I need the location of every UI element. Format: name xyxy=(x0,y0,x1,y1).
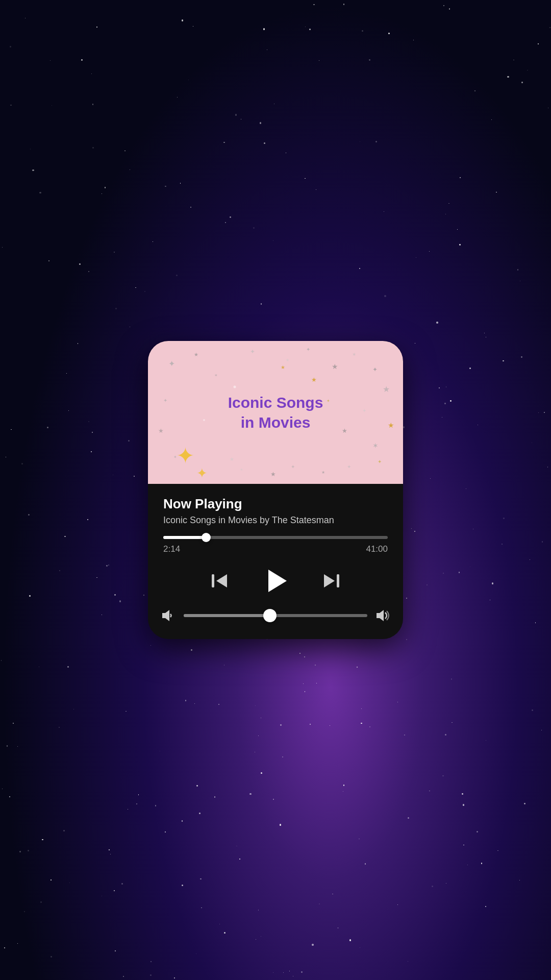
player-info: Now Playing Iconic Songs in Movies by Th… xyxy=(148,484,403,526)
progress-bar[interactable] xyxy=(163,536,388,539)
svg-text:✦: ✦ xyxy=(250,348,255,355)
svg-text:★: ★ xyxy=(158,427,164,434)
svg-text:✶: ✶ xyxy=(214,373,218,378)
next-bar-icon xyxy=(337,574,339,587)
svg-text:✦: ✦ xyxy=(196,465,208,481)
svg-text:★: ★ xyxy=(281,364,285,370)
svg-text:✦: ✦ xyxy=(176,443,195,468)
svg-text:✦: ✦ xyxy=(372,366,378,373)
volume-thumb[interactable] xyxy=(263,609,277,622)
total-time: 41:00 xyxy=(366,544,388,554)
music-player-card: ✦ ★ ✶ ✦ ★ ✦ ★ ✶ ✦ ★ ✦ ★ ✶ ✦ ★ ✦ ★ ✶ ✦ ★ xyxy=(148,341,403,639)
prev-triangle-icon xyxy=(216,574,227,587)
volume-high-icon xyxy=(374,607,391,624)
svg-text:✦: ✦ xyxy=(362,408,366,413)
play-icon xyxy=(268,570,287,592)
now-playing-label: Now Playing xyxy=(163,496,388,512)
svg-point-29 xyxy=(234,386,236,388)
svg-text:✦: ✦ xyxy=(327,399,330,403)
playback-controls xyxy=(148,565,403,607)
svg-text:★: ★ xyxy=(194,352,198,357)
svg-text:✦: ✦ xyxy=(378,459,382,464)
svg-text:✦: ✦ xyxy=(291,464,295,470)
svg-text:★: ★ xyxy=(321,470,325,475)
svg-text:✶: ✶ xyxy=(352,352,356,357)
volume-slider[interactable] xyxy=(184,614,367,617)
next-button[interactable] xyxy=(317,567,346,595)
svg-text:★: ★ xyxy=(311,376,317,383)
album-art: ✦ ★ ✶ ✦ ★ ✦ ★ ✶ ✦ ★ ✦ ★ ✶ ✦ ★ ✦ ★ ✶ ✦ ★ xyxy=(148,341,403,484)
previous-button[interactable] xyxy=(205,567,234,595)
svg-text:✦: ✦ xyxy=(347,464,351,470)
svg-text:✶: ✶ xyxy=(372,442,379,450)
progress-section: 2:14 41:00 xyxy=(148,536,403,554)
progress-thumb[interactable] xyxy=(202,533,211,542)
play-button[interactable] xyxy=(259,565,292,597)
svg-text:★: ★ xyxy=(388,421,394,429)
svg-text:★: ★ xyxy=(383,385,390,394)
svg-text:★: ★ xyxy=(342,427,347,434)
volume-low-icon xyxy=(160,607,177,624)
next-triangle-icon xyxy=(324,574,335,587)
svg-text:✦: ✦ xyxy=(168,359,175,368)
svg-point-31 xyxy=(203,419,205,421)
svg-text:★: ★ xyxy=(230,456,234,462)
time-labels: 2:14 41:00 xyxy=(163,544,388,554)
svg-text:✶: ✶ xyxy=(240,468,243,472)
svg-marker-33 xyxy=(377,610,384,621)
svg-text:★: ★ xyxy=(332,362,338,371)
album-art-title: Iconic Songs in Movies xyxy=(228,393,323,432)
song-subtitle: Iconic Songs in Movies by The Statesman xyxy=(163,515,388,526)
progress-fill xyxy=(163,536,206,539)
svg-marker-32 xyxy=(162,610,169,621)
prev-bar-icon xyxy=(212,574,214,587)
svg-text:★: ★ xyxy=(286,358,289,362)
volume-fill xyxy=(184,614,270,617)
svg-text:★: ★ xyxy=(270,471,276,478)
svg-text:✦: ✦ xyxy=(306,347,310,352)
svg-text:✦: ✦ xyxy=(163,398,167,403)
volume-section xyxy=(148,607,403,624)
current-time: 2:14 xyxy=(163,544,180,554)
